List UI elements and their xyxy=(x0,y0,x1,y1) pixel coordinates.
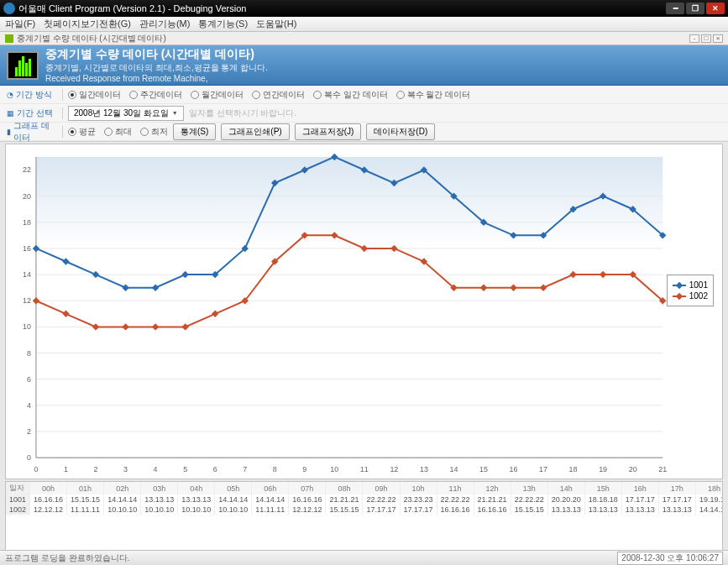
radio-dot xyxy=(68,128,76,136)
menubar: 파일(F) 첫페이지보기전환(G) 관리기능(M) 통계기능(S) 도움말(H) xyxy=(0,17,728,32)
page-status: Received Response from Remote Machine, xyxy=(45,74,268,83)
menu-help[interactable]: 도움말(H) xyxy=(256,18,296,30)
doc-close[interactable]: × xyxy=(713,34,723,43)
svg-text:3: 3 xyxy=(123,465,128,473)
document-tab: 중계기별 수량 데이타 (시간대별 데이타) - □ × xyxy=(0,32,728,45)
svg-text:2: 2 xyxy=(94,465,98,473)
doc-controls: - □ × xyxy=(689,34,723,43)
radio-dot xyxy=(252,91,260,99)
chart-icon: ▮ xyxy=(7,128,11,136)
radio-연간데이터[interactable]: 연간데이터 xyxy=(252,89,305,101)
menu-firstpage[interactable]: 첫페이지보기전환(G) xyxy=(44,18,131,30)
page-title: 중계기별 수량 데이타 (시간대별 데이타) xyxy=(45,47,268,62)
radio-월간데이터[interactable]: 월간데이터 xyxy=(191,89,244,101)
svg-text:0: 0 xyxy=(27,453,31,462)
radio-일간데이터[interactable]: 일간데이터 xyxy=(68,89,121,101)
data-table: 일자00h01h02h03h04h05h06h07h08h09h10h11h12… xyxy=(6,482,723,515)
radio-복수 일간 데이터[interactable]: 복수 일간 데이터 xyxy=(313,89,388,101)
titlebar: 어울매 Client Program (Version 2.1) - Debug… xyxy=(0,0,728,17)
table-row[interactable]: 100212.12.1211.11.1110.10.1010.10.1010.1… xyxy=(6,505,723,515)
period-mode-label: ◔기간 방식 xyxy=(7,89,57,101)
svg-text:11: 11 xyxy=(360,465,369,473)
menu-stats[interactable]: 통계기능(S) xyxy=(198,18,248,30)
radio-최저[interactable]: 최저 xyxy=(140,126,168,138)
doc-icon xyxy=(5,34,13,43)
svg-text:10: 10 xyxy=(330,465,338,473)
radio-dot xyxy=(68,91,76,99)
calendar-icon: ▦ xyxy=(7,109,14,118)
svg-text:7: 7 xyxy=(243,465,247,473)
menu-admin[interactable]: 관리기능(M) xyxy=(139,18,191,30)
controls-panel: ◔기간 방식 일간데이터주간데이터월간데이터연간데이터복수 일간 데이터복수 월… xyxy=(0,86,728,142)
maximize-button[interactable]: ❐ xyxy=(686,3,704,14)
svg-text:8: 8 xyxy=(27,349,31,358)
status-message: 프로그램 로딩을 완료하였습니다. xyxy=(5,552,129,564)
radio-주간데이터[interactable]: 주간데이터 xyxy=(129,89,182,101)
svg-text:10: 10 xyxy=(23,322,31,331)
svg-text:1: 1 xyxy=(64,465,68,473)
svg-text:6: 6 xyxy=(213,465,217,473)
radio-최대[interactable]: 최대 xyxy=(104,126,132,138)
svg-text:14: 14 xyxy=(23,270,31,279)
legend-label-1001: 1001 xyxy=(689,280,708,290)
svg-text:21: 21 xyxy=(658,465,667,473)
save-graph-button[interactable]: 그래프저장(J) xyxy=(295,123,362,140)
graph-data-label: ▮그래프 데이터 xyxy=(7,120,57,144)
svg-text:4: 4 xyxy=(27,401,31,410)
doc-tab-title: 중계기별 수량 데이타 (시간대별 데이타) xyxy=(17,33,166,44)
radio-dot xyxy=(396,91,405,99)
svg-text:20: 20 xyxy=(629,465,637,473)
svg-text:6: 6 xyxy=(27,375,31,384)
svg-text:15: 15 xyxy=(479,465,488,473)
radio-dot xyxy=(140,128,149,136)
svg-text:5: 5 xyxy=(183,465,187,473)
menu-file[interactable]: 파일(F) xyxy=(5,18,35,30)
legend-swatch-1002 xyxy=(673,296,686,297)
radio-dot xyxy=(191,91,199,99)
svg-text:22: 22 xyxy=(23,165,31,174)
header-panel: 중계기별 수량 데이타 (시간대별 데이타) 중계기별, 시간별로 데이타의 최… xyxy=(0,45,728,86)
svg-text:13: 13 xyxy=(420,465,428,473)
svg-text:19: 19 xyxy=(599,465,607,473)
chart: 0246810121416182022012345678910111213141… xyxy=(5,144,723,479)
svg-text:16: 16 xyxy=(23,244,31,253)
minimize-button[interactable]: ━ xyxy=(666,3,684,14)
header-chart-icon xyxy=(7,51,39,80)
svg-text:12: 12 xyxy=(390,465,398,473)
close-button[interactable]: ✕ xyxy=(706,3,725,14)
svg-text:17: 17 xyxy=(539,465,547,473)
window-title: 어울매 Client Program (Version 2.1) - Debug… xyxy=(18,3,666,15)
radio-복수 월간 데이터[interactable]: 복수 월간 데이터 xyxy=(396,89,471,101)
svg-text:2: 2 xyxy=(27,427,31,436)
svg-text:0: 0 xyxy=(34,465,38,473)
radio-dot xyxy=(313,91,322,99)
date-picker[interactable]: 2008년 12월 30일 화요일▼ xyxy=(68,106,184,121)
svg-rect-0 xyxy=(36,157,663,458)
line-chart-svg: 0246810121416182022012345678910111213141… xyxy=(6,144,722,479)
legend-swatch-1001 xyxy=(673,285,686,286)
svg-text:18: 18 xyxy=(569,465,578,473)
data-table-wrap[interactable]: 일자00h01h02h03h04h05h06h07h08h09h10h11h12… xyxy=(5,481,723,560)
col-header-label: 일자 xyxy=(6,482,30,494)
radio-평균[interactable]: 평균 xyxy=(68,126,96,138)
period-select-label: ▦기간 선택 xyxy=(7,107,57,119)
legend: 1001 1002 xyxy=(667,275,714,306)
doc-restore[interactable]: □ xyxy=(701,34,711,43)
calc-button[interactable]: 통계(S) xyxy=(173,123,216,140)
svg-text:8: 8 xyxy=(273,465,277,473)
page-subtitle: 중계기별, 시간별로 데이타의 최대,최소,평균을 통계 합니다. xyxy=(45,62,268,74)
statusbar: 프로그램 로딩을 완료하였습니다. 2008-12-30 오후 10:06:27 xyxy=(0,550,728,565)
table-row[interactable]: 100116.16.1615.15.1514.14.1413.13.1313.1… xyxy=(6,494,723,505)
save-data-button[interactable]: 데이타저장(D) xyxy=(366,123,435,140)
radio-dot xyxy=(104,128,113,136)
app-icon xyxy=(3,3,15,14)
svg-text:4: 4 xyxy=(154,465,158,473)
svg-text:16: 16 xyxy=(510,465,518,473)
doc-min[interactable]: - xyxy=(689,34,699,43)
clock-icon: ◔ xyxy=(7,91,13,99)
window-controls: ━ ❐ ✕ xyxy=(666,3,725,14)
svg-text:20: 20 xyxy=(23,192,31,201)
svg-text:12: 12 xyxy=(23,296,31,305)
print-button[interactable]: 그래프인쇄(P) xyxy=(221,123,289,140)
svg-text:18: 18 xyxy=(23,218,31,227)
